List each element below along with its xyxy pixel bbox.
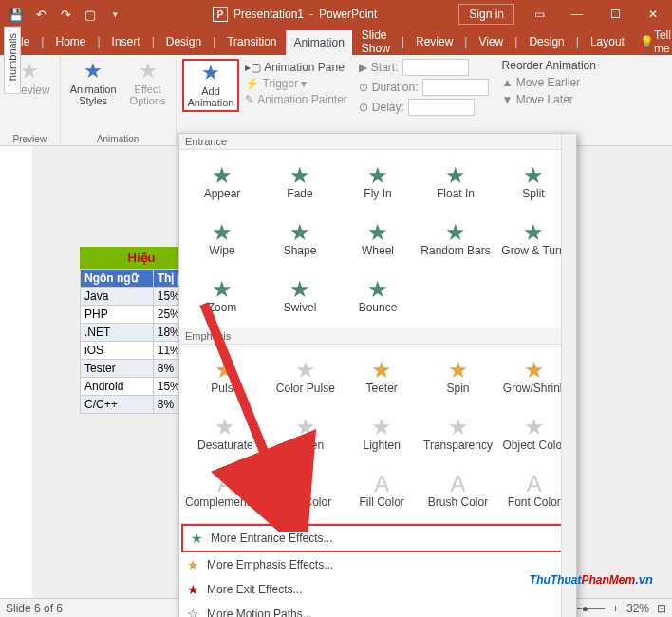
entrance-zoom[interactable]: ★Zoom: [183, 268, 261, 325]
delay-input[interactable]: [408, 99, 475, 116]
star-icon: ★: [367, 221, 388, 244]
tab-home[interactable]: Home: [47, 28, 93, 55]
start-input[interactable]: [402, 59, 469, 76]
trigger-button[interactable]: ⚡ Trigger ▾: [245, 77, 346, 90]
thumbnails-tab[interactable]: Thumbnails: [4, 27, 21, 94]
emphasis-line-color[interactable]: ALine Color: [268, 462, 344, 519]
slideshow-icon[interactable]: ▢: [80, 4, 101, 25]
emphasis-spin[interactable]: ★Spin: [420, 348, 495, 405]
window-controls: ▭ — ☐ ✕: [520, 0, 672, 28]
signin-button[interactable]: Sign in: [458, 4, 514, 25]
animation-pane-button[interactable]: ▸▢ Animation Pane: [245, 61, 346, 74]
star-icon: A: [298, 473, 313, 495]
star-icon: A: [374, 473, 389, 495]
star-icon: ★: [445, 221, 466, 244]
entrance-grid: ★Appear★Fade★Fly In★Float In★Split★Wipe★…: [179, 150, 576, 328]
emphasis-fill-color[interactable]: AFill Color: [344, 462, 420, 519]
entrance-fade[interactable]: ★Fade: [261, 154, 339, 211]
tab-design[interactable]: Design: [159, 28, 209, 55]
entrance-header: Entrance: [179, 134, 576, 150]
star-icon: ★: [212, 221, 233, 244]
star-icon: ★: [295, 359, 316, 382]
entrance-wheel[interactable]: ★Wheel: [339, 211, 417, 268]
star-icon: ★: [448, 359, 469, 382]
redo-icon[interactable]: ↷: [55, 4, 76, 25]
star-icon: ★: [215, 416, 235, 439]
gallery-scrollbar[interactable]: [561, 134, 576, 617]
powerpoint-icon: P: [213, 7, 228, 22]
entrance-shape[interactable]: ★Shape: [261, 211, 339, 268]
start-field[interactable]: ▶ Start:: [359, 59, 489, 76]
app-name: PowerPoint: [319, 8, 377, 21]
zoom-slider[interactable]: ─●──: [573, 602, 605, 615]
tab-animations[interactable]: Animation: [284, 28, 353, 55]
more-motion-paths[interactable]: ☆More Motion Paths...: [179, 602, 576, 617]
emphasis-header: Emphasis: [179, 328, 576, 345]
entrance-random-bars[interactable]: ★Random Bars: [417, 211, 495, 268]
emphasis-darken[interactable]: ★Darken: [268, 405, 344, 462]
add-animation-button[interactable]: ★Add Animation: [182, 59, 240, 112]
entrance-bounce[interactable]: ★Bounce: [339, 268, 417, 325]
entrance-float-in[interactable]: ★Float In: [417, 154, 495, 211]
tab-view[interactable]: View: [471, 28, 511, 55]
star-icon: ★: [523, 164, 544, 187]
undo-icon[interactable]: ↶: [30, 4, 51, 25]
emphasis-lighten[interactable]: ★Lighten: [344, 405, 420, 462]
emphasis-pulse[interactable]: ★Pulse: [183, 348, 268, 405]
zoom-level[interactable]: 32%: [626, 602, 649, 615]
emphasis-brush-color[interactable]: ABrush Color: [420, 462, 495, 519]
duration-field[interactable]: ⊙ Duration:: [359, 79, 489, 96]
ribbon-group-reorder: Reorder Animation ▲ Move Earlier ▼ Move …: [495, 55, 604, 145]
move-earlier-button[interactable]: ▲ Move Earlier: [502, 76, 596, 89]
tab-design2[interactable]: Design: [521, 28, 571, 55]
duration-input[interactable]: [422, 79, 489, 96]
quick-access-toolbar: 💾 ↶ ↷ ▢ ▾: [0, 4, 131, 25]
entrance-fly-in[interactable]: ★Fly In: [339, 154, 417, 211]
delay-field[interactable]: ⊙ Delay:: [359, 99, 489, 116]
tellme-search[interactable]: 💡 Tell me: [632, 28, 672, 55]
more-emphasis-effects[interactable]: ★More Emphasis Effects...: [179, 552, 576, 577]
star-icon: ★: [448, 416, 469, 439]
tab-insert[interactable]: Insert: [104, 28, 148, 55]
tab-review[interactable]: Review: [408, 28, 460, 55]
star-icon: ★: [367, 164, 388, 187]
star-icon: ★: [524, 359, 545, 382]
reorder-label: Reorder Animation: [502, 59, 596, 72]
star-icon: ★: [295, 416, 316, 439]
maximize-icon[interactable]: ☐: [596, 0, 634, 28]
star-icon: ★: [289, 278, 310, 301]
effect-options-button[interactable]: ★Effect Options: [126, 59, 170, 108]
tab-layout[interactable]: Layout: [583, 28, 632, 55]
doc-name: Presentation1: [233, 8, 304, 21]
ribbon-options-icon[interactable]: ▭: [520, 0, 558, 28]
tab-slideshow[interactable]: Slide Show: [354, 28, 398, 55]
emphasis-transparency[interactable]: ★Transparency: [420, 405, 495, 462]
star-icon: ★: [215, 359, 235, 382]
star-icon: ★: [523, 221, 544, 244]
emphasis-desaturate[interactable]: ★Desaturate: [183, 405, 268, 462]
minimize-icon[interactable]: —: [558, 0, 596, 28]
tab-transitions[interactable]: Transition: [219, 28, 284, 55]
close-icon[interactable]: ✕: [634, 0, 672, 28]
emphasis-teeter[interactable]: ★Teeter: [344, 348, 420, 405]
ribbon-group-animation: ★Animation Styles ★Effect Options Animat…: [61, 55, 177, 146]
entrance-wipe[interactable]: ★Wipe: [183, 211, 261, 268]
qat-dropdown-icon[interactable]: ▾: [104, 4, 125, 25]
emphasis-grid: ★Pulse★Color Pulse★Teeter★Spin★Grow/Shri…: [179, 345, 576, 523]
entrance-swivel[interactable]: ★Swivel: [261, 268, 339, 325]
entrance-appear[interactable]: ★Appear: [183, 154, 261, 211]
animation-painter-button[interactable]: ✎ Animation Painter: [245, 93, 346, 106]
more-exit-effects[interactable]: ★More Exit Effects...: [179, 577, 576, 602]
star-icon: ★: [524, 416, 545, 439]
star-icon: ★: [212, 278, 233, 301]
star-icon: ★: [212, 164, 233, 187]
emphasis-complementary[interactable]: AComplementary: [183, 462, 268, 519]
more-entrance-effects[interactable]: ★More Entrance Effects...: [181, 524, 574, 552]
star-icon: ★: [289, 164, 310, 187]
animation-styles-button[interactable]: ★Animation Styles: [66, 59, 121, 108]
emphasis-color-pulse[interactable]: ★Color Pulse: [268, 348, 344, 405]
fit-icon[interactable]: ⊡: [657, 602, 666, 615]
star-icon: ★: [371, 416, 392, 439]
save-icon[interactable]: 💾: [6, 4, 27, 25]
move-later-button[interactable]: ▼ Move Later: [502, 93, 596, 106]
